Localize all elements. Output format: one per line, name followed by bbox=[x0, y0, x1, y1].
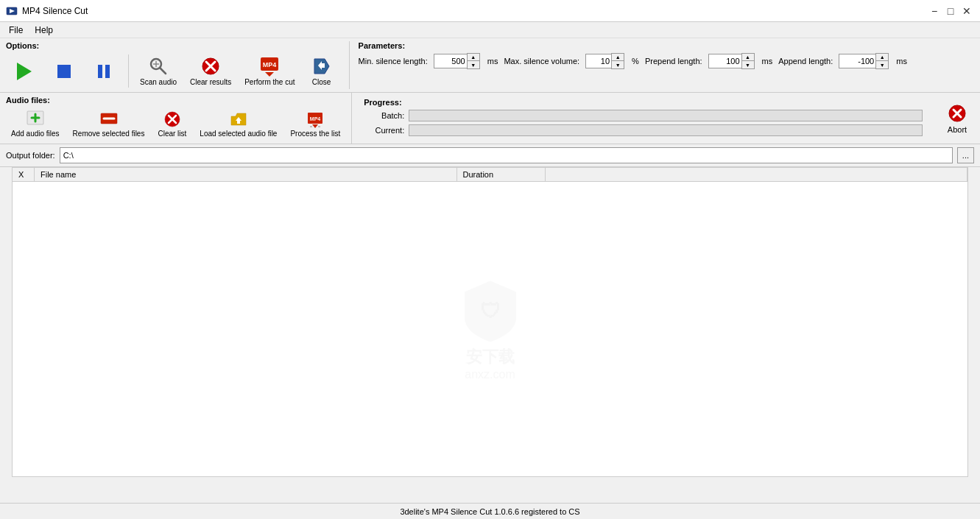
svg-rect-23 bbox=[237, 121, 240, 124]
remove-icon bbox=[100, 110, 118, 128]
append-input[interactable] bbox=[839, 54, 875, 68]
title-bar: MP4 Silence Cut − □ ✕ bbox=[0, 0, 980, 22]
svg-marker-11 bbox=[265, 72, 274, 77]
prepend-unit: ms bbox=[762, 57, 773, 66]
max-silence-label: Max. silence volume: bbox=[504, 57, 579, 66]
file-list-rows: 🛡 安下载 anxz.com bbox=[13, 182, 967, 476]
current-label: Current: bbox=[364, 126, 404, 135]
add-audio-button[interactable]: Add audio files bbox=[6, 107, 65, 141]
watermark-text-url: anxz.com bbox=[461, 368, 520, 381]
watermark-text-cn: 安下载 bbox=[461, 346, 520, 368]
window-title: MP4 Silence Cut bbox=[22, 6, 88, 16]
clear-list-icon bbox=[163, 110, 181, 128]
pause-button[interactable] bbox=[85, 58, 122, 85]
stop-icon bbox=[54, 61, 74, 82]
audio-files-label: Audio files: bbox=[6, 96, 345, 105]
remove-files-button[interactable]: Remove selected files bbox=[68, 107, 150, 141]
abort-area: Abort bbox=[934, 93, 980, 144]
maximize-button[interactable]: □ bbox=[943, 4, 958, 18]
window-controls: − □ ✕ bbox=[927, 4, 974, 18]
max-silence-up[interactable]: ▲ bbox=[612, 54, 624, 61]
min-silence-up[interactable]: ▲ bbox=[468, 54, 479, 61]
prepend-spin-btns: ▲ ▼ bbox=[741, 53, 755, 69]
output-folder-row: Output folder: ... bbox=[0, 144, 980, 167]
perform-cut-icon: MP4 bbox=[259, 56, 280, 77]
top-row: Options: bbox=[6, 41, 974, 89]
add-icon bbox=[27, 110, 44, 128]
load-audio-button[interactable]: Load selected audio file bbox=[194, 107, 282, 141]
current-progress-row: Current: bbox=[364, 124, 923, 136]
max-silence-unit: % bbox=[632, 57, 639, 66]
prepend-up[interactable]: ▲ bbox=[742, 54, 754, 61]
audio-files-section: Audio files: Add audio files bbox=[0, 93, 352, 144]
abort-icon bbox=[947, 103, 967, 124]
append-down[interactable]: ▼ bbox=[876, 61, 888, 68]
play-icon bbox=[14, 61, 35, 82]
audio-toolbar: Add audio files Remove selected files bbox=[6, 107, 345, 141]
divider-1 bbox=[128, 54, 129, 88]
status-bar: 3delite's MP4 Silence Cut 1.0.6.6 regist… bbox=[0, 503, 980, 519]
progress-section: Progress: Batch: Current: bbox=[352, 93, 934, 144]
current-progress-bar bbox=[409, 124, 923, 136]
options-toolbar: Scan audio Clear results bbox=[6, 53, 340, 89]
append-spinner: ▲ ▼ bbox=[839, 53, 889, 69]
watermark: 🛡 安下载 anxz.com bbox=[461, 278, 520, 381]
min-silence-spin-btns: ▲ ▼ bbox=[467, 53, 480, 69]
file-list-area[interactable]: X File name Duration 🛡 安下载 anxz.com bbox=[12, 167, 968, 477]
close-app-icon bbox=[311, 56, 332, 77]
browse-button[interactable]: ... bbox=[957, 147, 974, 163]
main-content: Options: bbox=[0, 38, 980, 503]
prepend-spinner: ▲ ▼ bbox=[708, 53, 755, 69]
status-text: 3delite's MP4 Silence Cut 1.0.6.6 regist… bbox=[400, 507, 579, 516]
append-label: Append length: bbox=[778, 57, 833, 66]
play-button[interactable] bbox=[6, 58, 43, 85]
stop-button[interactable] bbox=[46, 58, 82, 85]
file-list-header: X File name Duration bbox=[13, 168, 967, 182]
title-bar-left: MP4 Silence Cut bbox=[6, 5, 88, 17]
min-silence-input[interactable] bbox=[434, 54, 467, 68]
svg-text:MP4: MP4 bbox=[263, 61, 277, 68]
app-icon bbox=[6, 5, 18, 17]
scan-icon bbox=[148, 56, 169, 77]
close-button[interactable]: ✕ bbox=[959, 4, 974, 18]
menu-bar: File Help bbox=[0, 22, 980, 38]
minimize-button[interactable]: − bbox=[927, 4, 942, 18]
scan-audio-button[interactable]: Scan audio bbox=[135, 53, 182, 89]
svg-marker-26 bbox=[312, 124, 318, 128]
menu-file[interactable]: File bbox=[3, 24, 29, 37]
abort-label: Abort bbox=[948, 125, 967, 134]
min-silence-label: Min. silence length: bbox=[359, 57, 428, 66]
abort-button[interactable]: Abort bbox=[940, 99, 974, 138]
prepend-down[interactable]: ▼ bbox=[742, 61, 754, 68]
clear-results-button[interactable]: Clear results bbox=[185, 53, 236, 89]
output-folder-input[interactable] bbox=[60, 147, 953, 163]
file-list-wrapper: X File name Duration 🛡 安下载 anxz.com bbox=[6, 167, 974, 503]
max-silence-input[interactable] bbox=[585, 54, 611, 68]
options-col: Options: bbox=[6, 41, 340, 89]
output-folder-label: Output folder: bbox=[6, 151, 55, 160]
batch-label: Batch: bbox=[364, 111, 404, 120]
middle-area: Audio files: Add audio files bbox=[0, 93, 980, 144]
clear-results-icon bbox=[200, 56, 221, 77]
prepend-input[interactable] bbox=[708, 54, 741, 68]
append-unit: ms bbox=[896, 57, 907, 66]
process-list-button[interactable]: MP4 Process the list bbox=[285, 107, 345, 141]
options-params-divider bbox=[349, 41, 350, 89]
batch-progress-bar bbox=[409, 110, 923, 121]
process-icon: MP4 bbox=[306, 110, 324, 128]
min-silence-down[interactable]: ▼ bbox=[468, 61, 479, 68]
clear-list-button[interactable]: Clear list bbox=[152, 107, 191, 141]
svg-text:MP4: MP4 bbox=[310, 116, 321, 121]
close-app-button[interactable]: Close bbox=[303, 53, 340, 89]
params-row: Min. silence length: ▲ ▼ ms Max. silence… bbox=[359, 53, 974, 69]
perform-cut-button[interactable]: MP4 Perform the cut bbox=[239, 53, 300, 89]
col-header-extra bbox=[546, 168, 968, 181]
max-silence-spin-btns: ▲ ▼ bbox=[611, 53, 624, 69]
options-label: Options: bbox=[6, 41, 340, 50]
max-silence-down[interactable]: ▼ bbox=[612, 61, 624, 68]
options-parameters-panel: Options: bbox=[0, 38, 980, 93]
svg-line-3 bbox=[160, 68, 166, 74]
col-header-x: X bbox=[13, 168, 35, 181]
menu-help[interactable]: Help bbox=[29, 24, 59, 37]
append-up[interactable]: ▲ bbox=[876, 54, 888, 61]
